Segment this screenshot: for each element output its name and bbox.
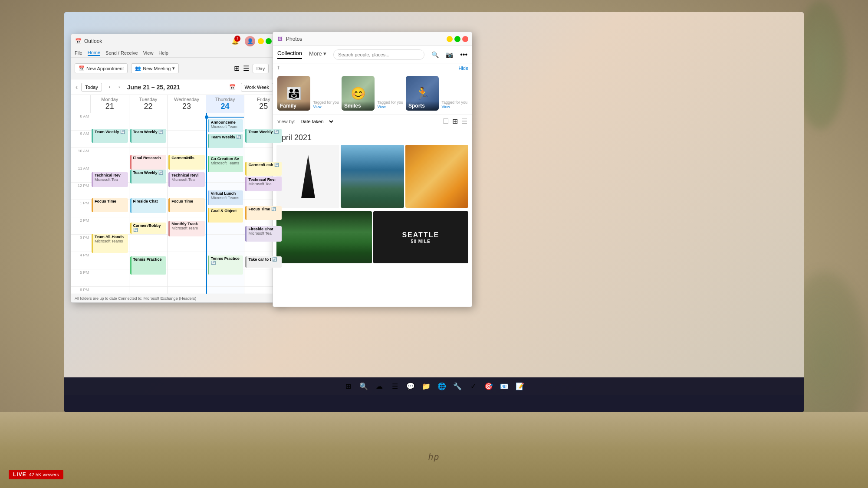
list-view-icon[interactable]: ☰ <box>461 117 467 125</box>
fri-carmen-leah[interactable]: Carmen/Leah 🔄 <box>245 162 282 176</box>
mon-team-weekly[interactable]: Team Weekly 🔄 <box>92 129 128 143</box>
tagged-header: ⬆ Hide <box>273 63 472 72</box>
date-range: June 21 – 25, 2021 <box>127 84 226 91</box>
maximize-button[interactable]: □ <box>266 38 272 44</box>
menu-home[interactable]: Home <box>88 50 100 56</box>
fri-technical-rev[interactable]: Technical Revi Microsoft Tea <box>245 177 282 191</box>
today-button[interactable]: Today <box>81 83 102 92</box>
photo-lake[interactable] <box>341 145 404 208</box>
wed-focus-time[interactable]: Focus Time <box>168 198 205 212</box>
tagged-card-family[interactable]: 👨‍👩‍👧 Family <box>277 76 310 111</box>
grid-view-icon[interactable]: ⊞ <box>234 64 240 72</box>
photo-seattle[interactable]: SEATTLE 50 MILE <box>373 211 469 263</box>
photo-building[interactable] <box>405 145 468 208</box>
nav-collection[interactable]: Collection <box>277 50 302 59</box>
menu-send-receive[interactable]: Send / Receive <box>105 50 138 56</box>
taskbar-edge-icon[interactable]: 🌐 <box>436 380 448 392</box>
new-meeting-button[interactable]: 👥 New Meeting ▾ <box>131 63 179 73</box>
wed-technical-rev[interactable]: Technical Revi Microsoft Tea <box>168 172 205 187</box>
mon-5pm <box>91 269 129 287</box>
wed-carmen-nils[interactable]: Carmen/Nils <box>168 155 205 170</box>
taskbar-cloud-icon[interactable]: ☁ <box>373 380 385 392</box>
day-view-button[interactable]: Day <box>253 64 269 73</box>
menu-view[interactable]: View <box>143 50 154 56</box>
family-view-link[interactable]: View <box>313 105 321 109</box>
work-week-button[interactable]: Work Week <box>241 83 273 92</box>
nav-more[interactable]: More ▾ <box>309 50 326 59</box>
nav-collapse-icon[interactable]: ‹ <box>76 83 78 91</box>
family-overlay: Family <box>277 101 310 111</box>
taskbar-todo-icon[interactable]: ✓ <box>467 380 479 392</box>
calendar-nav: ‹ Today ‹ › June 21 – 25, 2021 📅 Work We… <box>71 79 283 95</box>
next-week-button[interactable]: › <box>115 83 124 92</box>
tue-12pm <box>129 183 168 200</box>
smiles-view-link[interactable]: View <box>377 105 385 109</box>
time-header <box>71 95 91 113</box>
mon-technical-rev[interactable]: Technical Rev Microsoft Tea <box>92 172 128 187</box>
list-view-icon[interactable]: ☰ <box>243 64 249 72</box>
fri-fireside-chat[interactable]: Fireside Chat Microsoft Tea <box>245 226 282 242</box>
sports-view-link[interactable]: View <box>441 105 450 109</box>
calendar-header: Monday 21 Tuesday 22 Wednesday 23 Thursd… <box>71 95 283 113</box>
photos-maximize-button[interactable]: □ <box>454 36 460 42</box>
time-6pm: 6 PM <box>71 287 91 294</box>
photo-forest[interactable] <box>276 211 372 263</box>
taskbar-files-icon[interactable]: 📁 <box>420 380 432 392</box>
mon-focus-time[interactable]: Focus Time <box>92 198 128 212</box>
triangle-shape <box>299 155 317 198</box>
photos-search-input[interactable] <box>333 49 424 60</box>
sports-icon: 🏃 <box>415 86 430 101</box>
taskbar-teams-icon[interactable]: 💬 <box>404 380 417 392</box>
taskbar-search-icon[interactable]: 🔍 <box>358 380 370 392</box>
smiles-tagged-label: Tagged for you <box>377 100 403 105</box>
mon-2pm <box>91 217 129 235</box>
thu-team-weekly[interactable]: Team Weekly 🔄 <box>208 134 243 148</box>
taskbar-settings-icon[interactable]: 🔧 <box>451 380 464 392</box>
tagged-card-sports[interactable]: 🏃 Sports <box>406 76 439 111</box>
taskbar-widgets-icon[interactable]: ☰ <box>389 380 401 392</box>
fri-take-car[interactable]: Take car to t 🔄 <box>245 256 282 268</box>
tue-carmen-bobby[interactable]: Carmen/Bobby 🔄 <box>130 223 167 234</box>
tue-team-weekly2[interactable]: Team Weekly 🔄 <box>130 170 167 183</box>
taskbar-store-icon[interactable]: 🎯 <box>483 380 495 392</box>
new-appointment-button[interactable]: 📅 New Appointment <box>75 63 128 73</box>
photo-black-sculpture[interactable] <box>276 145 339 208</box>
fri-team-weekly[interactable]: Team Weekly 🔄 <box>245 129 282 143</box>
notification-badge: 1 <box>234 36 240 42</box>
thu-co-creation[interactable]: Co-Creation Se Microsoft Teams <box>208 156 243 172</box>
tue-tennis-practice[interactable]: Tennis Practice <box>130 256 167 275</box>
tue-final-research[interactable]: Final Research <box>130 155 167 170</box>
sports-title: Sports <box>408 103 436 109</box>
tue-fireside-chat[interactable]: Fireside Chat <box>130 198 167 213</box>
minimize-button[interactable]: _ <box>258 38 264 44</box>
time-4pm: 4 PM <box>71 252 91 269</box>
thu-goal-object[interactable]: Goal & Object <box>208 208 243 223</box>
menu-help[interactable]: Help <box>158 50 168 56</box>
thu-virtual-lunch[interactable]: Virtual Lunch Microsoft Teams <box>208 190 243 205</box>
menu-file[interactable]: File <box>75 50 82 56</box>
taskbar-word-icon[interactable]: 📝 <box>514 380 526 392</box>
calendar-grid: Monday 21 Tuesday 22 Wednesday 23 Thursd… <box>71 95 283 294</box>
taskbar-windows-icon[interactable]: ⊞ <box>342 380 354 392</box>
checkbox-icon[interactable]: ☐ <box>443 117 449 125</box>
search-icon[interactable]: 🔍 <box>431 51 439 58</box>
thu-announcement[interactable]: Announceme Microsoft Team <box>208 119 243 132</box>
status-text: All folders are up to date Connected to:… <box>75 296 196 301</box>
fri-focus-time[interactable]: Focus Time 🔄 <box>245 206 282 220</box>
view-by-select[interactable]: Date taken Date created Name <box>299 118 335 124</box>
taskbar-outlook-icon[interactable]: 📧 <box>498 380 510 392</box>
mon-team-all-hands[interactable]: Team All-Hands Microsoft Teams <box>92 234 128 253</box>
photos-minimize-button[interactable]: _ <box>447 36 453 42</box>
photos-close-button[interactable]: ✕ <box>462 36 468 42</box>
more-options-icon[interactable]: ••• <box>460 51 467 59</box>
tagged-card-smiles[interactable]: 😊 Smiles <box>342 76 375 111</box>
view-by-label: View by: <box>277 119 295 124</box>
prev-week-button[interactable]: ‹ <box>105 83 114 92</box>
tue-team-weekly[interactable]: Team Weekly 🔄 <box>130 129 167 143</box>
grid-view-icon[interactable]: ⊞ <box>452 117 458 125</box>
time-column: 8 AM 9 AM 10 AM 11 AM 12 PM 1 PM 2 PM 3 … <box>71 113 91 294</box>
wed-monthly-track[interactable]: Monthly Track Microsoft Team <box>168 221 205 236</box>
thu-tennis-practice[interactable]: Tennis Practice 🔄 <box>208 255 243 275</box>
sculpture-bg <box>276 145 339 208</box>
hide-button[interactable]: Hide <box>458 66 468 71</box>
